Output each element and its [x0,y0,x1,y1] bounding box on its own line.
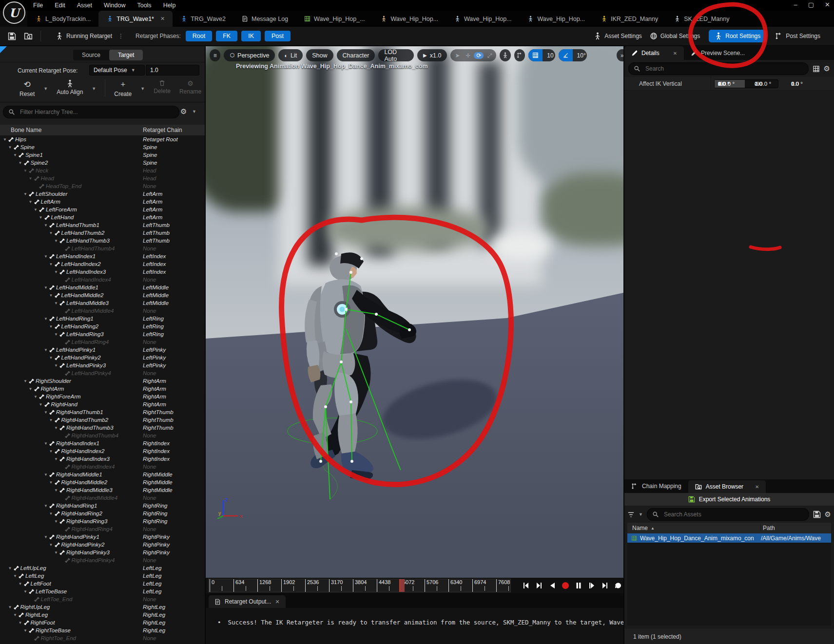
retarget-chain-value[interactable]: LeftPinky [143,355,166,360]
bone-tree-row[interactable]: ▼ LeftHandRing1 LeftRing [0,315,205,322]
retarget-chain-value[interactable]: None [143,557,156,563]
bone-tree-row[interactable]: ▼ LeftHandPinky2 LeftPinky [0,354,205,361]
auto-align-options-chevron[interactable]: ▼ [92,86,96,91]
expander-icon[interactable]: ▼ [23,589,28,594]
save-icon[interactable] [4,30,20,42]
bone-tree-row[interactable]: ▼ RightHandMiddle1 RightMiddle [0,471,205,478]
expander-icon[interactable]: ▼ [54,332,59,337]
bone-tree-row[interactable]: ▼ RightLeg RightLeg [0,611,205,619]
pose-dropdown[interactable]: Default Pose▼ [89,65,145,76]
move-tool-icon[interactable]: ✛ [463,52,473,59]
bone-tree-row[interactable]: HeadTop_End None [0,182,205,190]
delete-button[interactable]: Delete [154,79,171,95]
asset-tab[interactable]: Message Log ✕ [233,11,296,27]
bone-tree-row[interactable]: ▼ LeftHandRing3 LeftRing [0,330,205,338]
expander-icon[interactable]: ▼ [44,535,49,539]
expander-icon[interactable]: ▼ [49,324,54,329]
lod-auto-button[interactable]: LOD Auto [378,49,414,61]
bone-tree-row[interactable]: ▼ LeftHandThumb1 LeftThumb [0,221,205,229]
retarget-chain-value[interactable]: LeftMiddle [143,284,169,290]
bone-tree-row[interactable]: ▼ LeftArm LeftArm [0,198,205,206]
details-search-input[interactable] [644,65,803,73]
retarget-chain-value[interactable]: RightPinky [143,542,170,548]
retarget-chain-value[interactable]: RightRing [143,511,168,516]
retarget-chain-value[interactable]: Spine [143,144,157,150]
expander-icon[interactable]: ▼ [34,395,39,399]
bone-tree-row[interactable]: ▼ Neck Head [0,167,205,174]
asset-browser-close-icon[interactable]: ✕ [755,484,759,490]
retarget-chain-value[interactable]: LeftArm [143,191,162,197]
retarget-chain-value[interactable]: LeftRing [143,323,164,329]
menu-help[interactable]: Help [157,1,182,10]
step-forward-icon[interactable] [586,580,597,591]
bone-tree-row[interactable]: RightHandMiddle4 None [0,494,205,502]
phase-button[interactable]: Post [265,31,291,41]
expander-icon[interactable]: ▼ [44,285,49,290]
menu-edit[interactable]: Edit [49,1,71,10]
retarget-chain-column-header[interactable]: Retarget Chain [143,127,182,133]
bone-tree-row[interactable]: ▼ LeftHandIndex3 LeftIndex [0,268,205,276]
bone-tree-row[interactable]: ▼ LeftHandPinky3 LeftPinky [0,361,205,369]
bone-tree-row[interactable]: ▼ RightForeArm RightArm [0,393,205,400]
minimize-button[interactable]: – [794,1,797,8]
timeline-track[interactable]: 0634126819022536317038044438507257066340… [208,579,511,592]
bone-tree-row[interactable]: ▼ LeftHandPinky1 LeftPinky [0,346,205,354]
expander-icon[interactable]: ▼ [19,621,23,625]
bone-tree-row[interactable]: LeftHandIndex4 None [0,276,205,284]
running-retarget-button[interactable]: Running Retarget ⋮ [52,30,128,42]
retarget-chain-value[interactable]: Head [143,175,156,181]
expander-icon[interactable]: ▼ [49,231,54,235]
bone-tree-row[interactable]: ▼ LeftLeg LeftLeg [0,572,205,580]
retarget-chain-value[interactable]: LeftThumb [143,238,170,244]
preview-scene-tab[interactable]: Preview Scene... [684,46,752,60]
retarget-chain-value[interactable]: RightArm [143,401,166,407]
asset-search[interactable] [647,508,809,521]
expander-icon[interactable]: ▼ [44,504,49,508]
bone-tree-row[interactable]: RightHandThumb4 None [0,432,205,439]
expander-icon[interactable]: ▼ [44,473,49,477]
bone-tree-row[interactable]: LeftHandPinky4 None [0,369,205,377]
expander-icon[interactable]: ▼ [13,574,18,578]
reset-button[interactable]: ⟲ Reset [19,79,35,97]
expander-icon[interactable]: ▼ [29,176,34,181]
expander-icon[interactable]: ▼ [54,363,59,368]
menu-tools[interactable]: Tools [131,1,157,10]
retarget-output-tab[interactable]: Retarget Output... ✕ [209,595,286,608]
retarget-chain-value[interactable]: None [143,246,156,251]
bone-tree-row[interactable]: ▼ LeftHandMiddle2 LeftMiddle [0,291,205,299]
retarget-chain-value[interactable]: LeftPinky [143,347,166,353]
retarget-chain-value[interactable]: Spine [143,160,157,166]
expander-icon[interactable]: ▼ [13,613,18,617]
more-options-icon[interactable]: ⋮ [118,33,124,39]
go-to-end-icon[interactable] [600,580,610,591]
retarget-chain-value[interactable]: None [143,277,156,283]
asset-tab[interactable]: L_BodyTrackin... ✕ [27,11,98,27]
close-button[interactable]: ✕ [825,1,830,8]
bone-tree-row[interactable]: ▼ RightHand RightArm [0,400,205,408]
go-to-start-icon[interactable] [521,580,531,591]
bone-tree-row[interactable]: ▼ RightHandThumb3 RightThumb [0,424,205,432]
expander-icon[interactable]: ▼ [23,379,28,383]
bone-tree-row[interactable]: ▼ RightHandThumb1 RightThumb [0,408,205,416]
expander-icon[interactable]: ▼ [49,480,54,485]
expander-icon[interactable]: ▼ [39,402,44,407]
retarget-chain-value[interactable]: RightThumb [143,425,174,431]
retarget-chain-value[interactable]: LeftIndex [143,253,166,259]
asset-tab[interactable]: TRG_Wave2 ✕ [173,11,233,27]
menu-asset[interactable]: Asset [71,1,98,10]
menu-file[interactable]: File [27,1,49,10]
expander-icon[interactable]: ▼ [54,239,59,243]
retarget-chain-value[interactable]: RightLeg [143,612,165,618]
expander-icon[interactable]: ▼ [19,161,23,165]
phase-button[interactable]: Root [186,31,212,41]
pose-weight-field[interactable]: 1.0 [146,65,199,76]
retarget-chain-value[interactable]: RightIndex [143,440,170,446]
record-icon[interactable] [560,580,571,591]
expander-icon[interactable]: ▼ [39,215,44,220]
expander-icon[interactable]: ▼ [54,519,59,524]
retarget-chain-value[interactable]: None [143,339,156,345]
retarget-chain-value[interactable]: LeftArm [143,199,162,205]
rotate-tool-icon[interactable]: ⟳ [474,52,484,59]
retarget-chain-value[interactable]: RightArm [143,386,166,392]
expander-icon[interactable]: ▼ [54,550,59,555]
